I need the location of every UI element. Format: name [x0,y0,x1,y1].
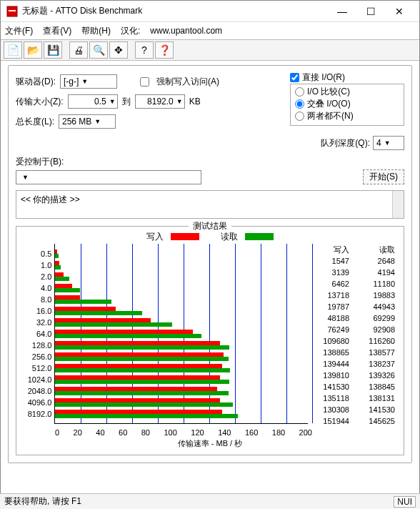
data-cell: 2648 [354,255,399,267]
menu-view[interactable]: 查看(V) [43,25,71,37]
data-cell: 130308 [308,404,354,415]
y-tick: 512.0 [21,362,51,374]
titlebar: 无标题 - ATTO Disk Benchmark — ☐ ✕ [1,1,419,22]
bar-read [55,357,229,361]
data-cell: 76249 [308,324,354,335]
data-cell: 141530 [308,381,354,392]
force-write-checkbox[interactable] [140,77,149,87]
col-read-header: 读取 [354,244,399,255]
bar-read [55,380,229,384]
io-mode-group: I/O 比较(C) 交叠 I/O(O) 两者都不(N) [290,84,404,126]
x-tick: 180 [272,428,285,437]
y-tick: 0.5 [21,248,51,260]
overlap-io-radio[interactable] [295,99,304,109]
x-tick: 40 [96,428,104,437]
bar-read [55,300,111,304]
x-tick: 60 [119,428,127,437]
bar-read [55,254,59,258]
data-cell: 92908 [354,324,399,335]
xfer-from-select[interactable]: 0.5▼ [68,94,118,109]
tb-open[interactable]: 📂 [24,41,42,59]
x-tick: 120 [191,428,204,437]
bar-read [55,345,229,350]
chart-y-labels: 0.51.02.04.08.016.032.064.0128.0256.0512… [21,244,54,427]
drive-select[interactable]: [-g-]▼ [60,74,117,89]
neither-label: 两者都不(N) [307,111,354,121]
controlled-select[interactable]: ▼ [16,170,201,184]
data-cell: 139444 [308,358,354,370]
tb-help[interactable]: ? [135,41,154,59]
x-tick: 140 [218,428,231,437]
scrollbar[interactable] [392,191,404,218]
data-cell: 139326 [354,370,399,381]
close-button[interactable]: ✕ [385,1,414,21]
data-cell: 44943 [354,301,399,312]
bar-read [55,288,80,292]
data-cell: 19883 [354,290,399,301]
app-icon [6,6,18,17]
results-panel: 测试结果 写入 读取 0.51.02.04.08.016.032.064.012… [16,226,404,455]
force-write-label: 强制写入访问(A) [156,76,219,88]
status-help-text: 要获得帮助, 请按 F1 [4,495,81,508]
bar-read [55,311,142,315]
y-tick: 8.0 [21,294,51,305]
queue-depth-label: 队列深度(Q): [321,137,370,149]
legend-read-label: 读取 [221,231,238,243]
maximize-button[interactable]: ☐ [356,1,385,21]
menu-file[interactable]: 文件(F) [5,25,33,37]
bar-read [55,402,233,407]
x-tick: 160 [245,428,258,437]
xfer-to-select[interactable]: 8192.0▼ [135,94,185,109]
localize-label: 汉化: [121,25,140,37]
window-title: 无标题 - ATTO Disk Benchmark [22,5,328,17]
data-cell: 138237 [354,358,399,370]
y-tick: 1.0 [21,260,51,271]
y-tick: 4.0 [21,282,51,294]
y-tick: 2048.0 [21,385,51,397]
data-cell: 69299 [354,312,399,324]
y-tick: 128.0 [21,340,51,351]
localize-url[interactable]: www.upantool.com [150,26,222,36]
statusbar: 要获得帮助, 请按 F1 NUI [0,493,420,509]
tb-move[interactable]: ✥ [109,41,128,59]
y-tick: 16.0 [21,305,51,317]
legend-write-swatch [171,233,199,240]
tb-save[interactable]: 💾 [44,41,62,59]
tb-print[interactable]: 🖨 [69,41,88,59]
data-cell: 139810 [308,370,354,381]
queue-depth-select[interactable]: 4▼ [373,136,404,150]
xfer-to-label: 到 [122,96,131,108]
bar-read [55,391,229,395]
description-box[interactable]: << 你的描述 >> [16,190,404,219]
y-tick: 64.0 [21,328,51,340]
y-tick: 1024.0 [21,374,51,385]
menu-help[interactable]: 帮助(H) [81,25,111,37]
neither-radio[interactable] [295,112,304,121]
minimize-button[interactable]: — [328,1,356,21]
y-tick: 8192.0 [21,408,51,420]
direct-io-checkbox[interactable] [290,73,299,82]
y-tick: 4096.0 [21,397,51,408]
drive-label: 驱动器(D): [16,76,56,88]
svg-rect-1 [9,10,16,11]
direct-io-label: 直接 I/O(R) [302,72,345,82]
data-cell: 4194 [354,267,399,278]
data-cell: 1547 [308,255,354,267]
data-cell: 6462 [308,278,354,290]
io-compare-radio[interactable] [295,87,304,97]
start-button[interactable]: 开始(S) [363,169,404,184]
data-cell: 135118 [308,392,354,404]
col-write-header: 写入 [308,244,354,255]
legend-write-label: 写入 [146,231,164,243]
tb-preview[interactable]: 🔍 [89,41,108,59]
data-cell: 109680 [308,335,354,347]
y-tick: 32.0 [21,317,51,328]
data-cell: 138845 [354,381,399,392]
legend-read-swatch [245,233,274,240]
total-len-select[interactable]: 256 MB▼ [59,114,116,129]
bar-read [55,277,69,281]
tb-new[interactable]: 📄 [4,41,22,59]
config-panel: 驱动器(D): [-g-]▼ 强制写入访问(A) 传输大小(Z): 0.5▼ 到… [8,65,412,463]
overlap-io-label: 交叠 I/O(O) [307,99,351,109]
tb-whatsthis[interactable]: ❓ [155,41,174,59]
